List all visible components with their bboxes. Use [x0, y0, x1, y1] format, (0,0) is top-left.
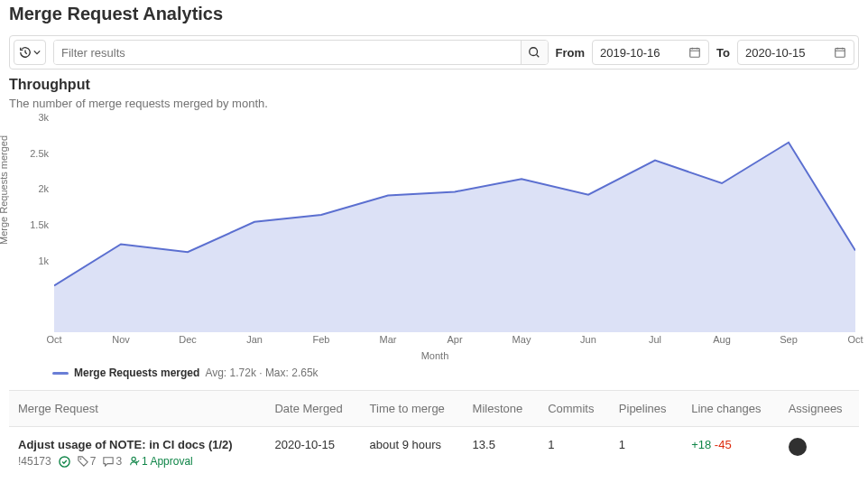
- ytick: 3k: [38, 112, 49, 123]
- throughput-chart: Merge Requests merged 3k2.5k2k1.5k1k Oct…: [11, 117, 859, 361]
- table-header: Milestone: [464, 391, 540, 427]
- table-row[interactable]: Adjust usage of NOTE: in CI docs (1/2) !…: [9, 427, 859, 479]
- xtick: Jul: [649, 334, 661, 345]
- xtick: Oct: [46, 334, 61, 345]
- chart-svg: [54, 117, 855, 332]
- calendar-icon: [834, 46, 846, 59]
- xtick: Nov: [112, 334, 130, 345]
- from-date-value: 2019-10-16: [600, 46, 660, 60]
- mr-title[interactable]: Adjust usage of NOTE: in CI docs (1/2): [18, 438, 256, 451]
- page-title: Merge Request Analytics: [9, 4, 859, 24]
- svg-point-5: [132, 457, 135, 460]
- commits-cell: 1: [539, 427, 610, 479]
- table-header: Date Merged: [265, 391, 360, 427]
- chevron-down-icon: [33, 49, 41, 56]
- mr-meta: !45173 7 3 1 Approval: [18, 455, 256, 468]
- chart-xticks: OctNovDecJanFebMarAprMayJunJulAugSepOct: [54, 334, 855, 347]
- search-button[interactable]: [521, 41, 548, 64]
- milestone-cell: 13.5: [464, 427, 540, 479]
- table-header-row: Merge RequestDate MergedTime to mergeMil…: [9, 391, 859, 427]
- ytick: 2.5k: [30, 148, 49, 159]
- xtick: Aug: [713, 334, 731, 345]
- history-icon: [19, 46, 32, 59]
- time-to-merge-cell: about 9 hours: [361, 427, 464, 479]
- mr-id[interactable]: !45173: [18, 455, 51, 468]
- table-header: Assignees: [780, 391, 859, 427]
- avatar[interactable]: [789, 438, 807, 456]
- throughput-heading: Throughput: [9, 77, 859, 93]
- table-header: Time to merge: [361, 391, 464, 427]
- deletions: -45: [715, 438, 732, 451]
- xtick: Mar: [380, 334, 397, 345]
- xtick: Jun: [580, 334, 596, 345]
- xtick: Jan: [246, 334, 263, 345]
- line-changes-cell: +18 -45: [682, 427, 779, 479]
- mr-cell: Adjust usage of NOTE: in CI docs (1/2) !…: [9, 427, 265, 479]
- calendar-icon: [688, 46, 701, 59]
- comments-count[interactable]: 3: [103, 455, 122, 468]
- from-label: From: [556, 46, 586, 60]
- table-header: Pipelines: [610, 391, 682, 427]
- chart-yticks: 3k2.5k2k1.5k1k: [27, 117, 52, 332]
- table-header: Commits: [539, 391, 610, 427]
- chart-legend: Merge Requests merged Avg: 1.72k · Max: …: [52, 367, 859, 379]
- chart-plot-area: [54, 117, 855, 332]
- legend-swatch: [52, 372, 69, 375]
- table-header: Line changes: [682, 391, 779, 427]
- approval-icon: [129, 456, 140, 467]
- to-label: To: [716, 46, 730, 60]
- ytick: 1k: [38, 255, 49, 266]
- approval-badge: 1 Approval: [129, 455, 193, 468]
- svg-point-4: [79, 459, 81, 460]
- table-body: Adjust usage of NOTE: in CI docs (1/2) !…: [9, 427, 859, 479]
- xtick: Feb: [313, 334, 330, 345]
- to-date-value: 2020-10-15: [745, 46, 806, 60]
- ytick: 2k: [38, 183, 49, 194]
- filter-bar: From 2019-10-16 To 2020-10-15: [9, 35, 859, 70]
- comment-icon: [103, 456, 114, 467]
- tag-icon: [78, 456, 88, 467]
- labels-count[interactable]: 7: [78, 455, 97, 468]
- legend-stats: Avg: 1.72k · Max: 2.65k: [205, 367, 318, 379]
- filter-input[interactable]: [54, 41, 521, 64]
- from-date-input[interactable]: 2019-10-16: [592, 40, 709, 65]
- svg-rect-2: [836, 49, 845, 58]
- mr-table: Merge RequestDate MergedTime to mergeMil…: [9, 390, 859, 478]
- svg-point-0: [530, 48, 538, 56]
- throughput-subtitle: The number of merge requests merged by m…: [9, 97, 859, 110]
- xtick: May: [512, 334, 531, 345]
- additions: +18: [691, 438, 711, 451]
- pipeline-status-icon: [59, 456, 70, 468]
- legend-series-name: Merge Requests merged: [74, 367, 199, 379]
- xtick: Apr: [447, 334, 462, 345]
- ytick: 1.5k: [30, 219, 49, 230]
- xtick: Sep: [780, 334, 798, 345]
- pipelines-cell: 1: [610, 427, 682, 479]
- to-date-input[interactable]: 2020-10-15: [737, 40, 854, 65]
- assignees-cell: [780, 427, 859, 479]
- table-header: Merge Request: [9, 391, 265, 427]
- search-icon: [528, 46, 540, 59]
- svg-point-3: [60, 456, 69, 466]
- chart-xlabel: Month: [421, 350, 449, 361]
- xtick: Oct: [847, 334, 863, 345]
- svg-rect-1: [690, 49, 700, 58]
- date-merged-cell: 2020-10-15: [265, 427, 360, 479]
- xtick: Dec: [179, 334, 197, 345]
- history-button[interactable]: [14, 40, 46, 65]
- filter-input-wrap: [53, 40, 549, 65]
